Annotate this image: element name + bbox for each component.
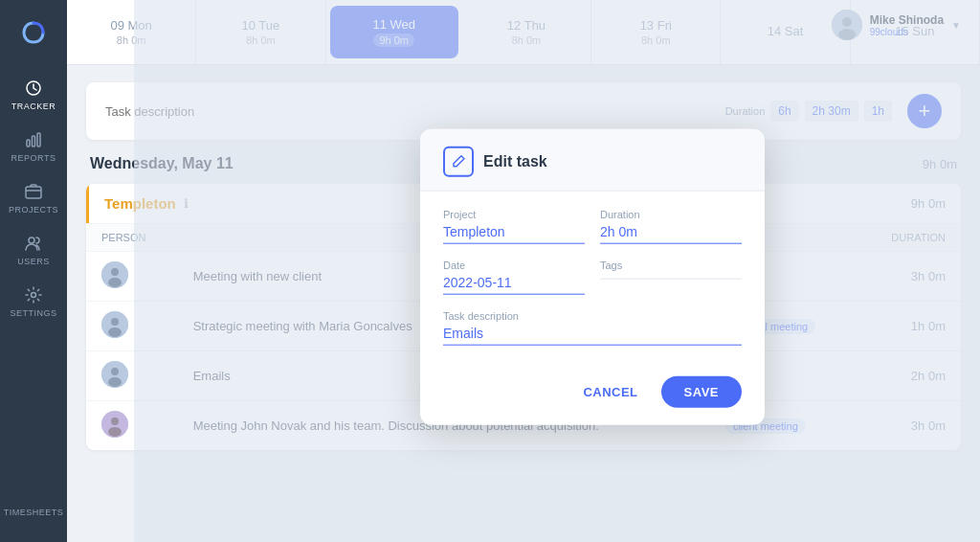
svg-rect-2 xyxy=(33,136,35,147)
sidebar-item-settings[interactable]: SETTINGS xyxy=(0,276,67,327)
svg-point-12 xyxy=(108,278,122,287)
reports-icon xyxy=(24,130,43,149)
project-field-label: Project xyxy=(443,209,585,220)
date-field-label: Date xyxy=(443,260,585,271)
project-field-value[interactable]: Templeton xyxy=(443,224,585,244)
edit-task-icon xyxy=(443,147,474,177)
tags-field-label: Tags xyxy=(600,260,742,271)
tracker-icon xyxy=(24,79,43,98)
duration-field-value[interactable]: 2h 0m xyxy=(600,224,742,244)
svg-point-20 xyxy=(111,418,119,425)
svg-point-11 xyxy=(111,268,119,276)
svg-point-18 xyxy=(108,377,122,387)
modal-footer: CANCEL SAVE xyxy=(420,365,765,425)
users-icon xyxy=(24,234,43,253)
avatar-1 xyxy=(101,311,128,338)
main-content: Mike Shinoda 99clouds ▼ 09 Mon 8h 0m 10 … xyxy=(67,0,980,542)
svg-point-17 xyxy=(111,368,119,375)
svg-point-15 xyxy=(108,327,122,337)
svg-point-5 xyxy=(29,237,34,243)
form-row-project-duration: Project Templeton Duration 2h 0m xyxy=(443,209,742,244)
sidebar-item-projects[interactable]: PROJECTS xyxy=(0,172,67,224)
svg-point-14 xyxy=(111,318,119,326)
cancel-button[interactable]: CANCEL xyxy=(571,377,649,407)
tags-field-value[interactable] xyxy=(600,275,742,280)
sidebar-item-users[interactable]: USERS xyxy=(0,224,67,276)
form-group-date: Date 2022-05-11 xyxy=(443,260,585,295)
projects-icon xyxy=(24,182,43,201)
modal-header: Edit task xyxy=(420,129,765,192)
task-desc-field-label: Task description xyxy=(443,310,742,322)
sidebar-item-settings-label: SETTINGS xyxy=(10,308,56,318)
svg-rect-3 xyxy=(37,133,40,147)
form-group-task-desc: Task description Emails xyxy=(443,310,742,346)
settings-icon xyxy=(24,285,43,305)
svg-rect-4 xyxy=(26,187,41,198)
timesheets-label: Timesheets xyxy=(4,498,64,527)
date-field-value[interactable]: 2022-05-11 xyxy=(443,275,585,295)
sidebar-item-reports-label: REPORTS xyxy=(11,153,56,163)
sidebar-item-projects-label: PROJECTS xyxy=(9,205,58,215)
form-row-date-tags: Date 2022-05-11 Tags xyxy=(443,260,742,295)
sidebar-bottom: Timesheets xyxy=(0,498,67,542)
form-row-task-desc: Task description Emails xyxy=(443,310,742,346)
svg-point-6 xyxy=(32,293,36,298)
sidebar-item-users-label: USERS xyxy=(17,257,50,266)
duration-field-label: Duration xyxy=(600,209,742,220)
save-button[interactable]: SAVE xyxy=(661,376,742,408)
svg-rect-1 xyxy=(27,140,30,147)
edit-task-modal: Edit task Project Templeton Duration 2h … xyxy=(420,129,765,425)
sidebar-item-reports[interactable]: REPORTS xyxy=(0,121,67,172)
modal-body: Project Templeton Duration 2h 0m Date 20… xyxy=(420,192,765,365)
app-logo xyxy=(16,15,51,50)
avatar-3 xyxy=(101,411,128,438)
sidebar-item-tracker-label: TRACKER xyxy=(11,102,56,111)
form-group-duration: Duration 2h 0m xyxy=(600,209,742,244)
svg-point-21 xyxy=(108,427,122,437)
avatar-0 xyxy=(101,261,128,288)
modal-title: Edit task xyxy=(483,153,547,170)
form-group-tags: Tags xyxy=(600,260,742,295)
sidebar-item-tracker[interactable]: TRACKER xyxy=(0,69,67,121)
avatar-2 xyxy=(101,361,128,388)
task-desc-field-value[interactable]: Emails xyxy=(443,326,742,346)
sidebar: TRACKER REPORTS PROJECTS USERS SETTINGS xyxy=(0,0,67,542)
form-group-project: Project Templeton xyxy=(443,209,585,244)
